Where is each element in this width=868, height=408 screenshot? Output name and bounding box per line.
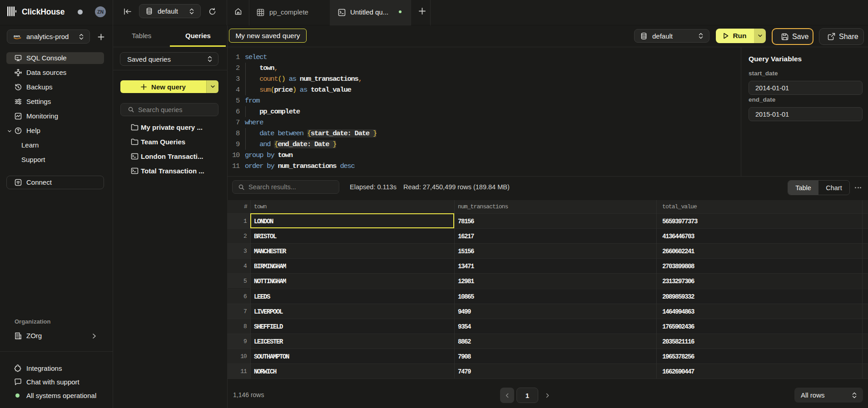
svg-text:aws: aws bbox=[14, 34, 20, 38]
